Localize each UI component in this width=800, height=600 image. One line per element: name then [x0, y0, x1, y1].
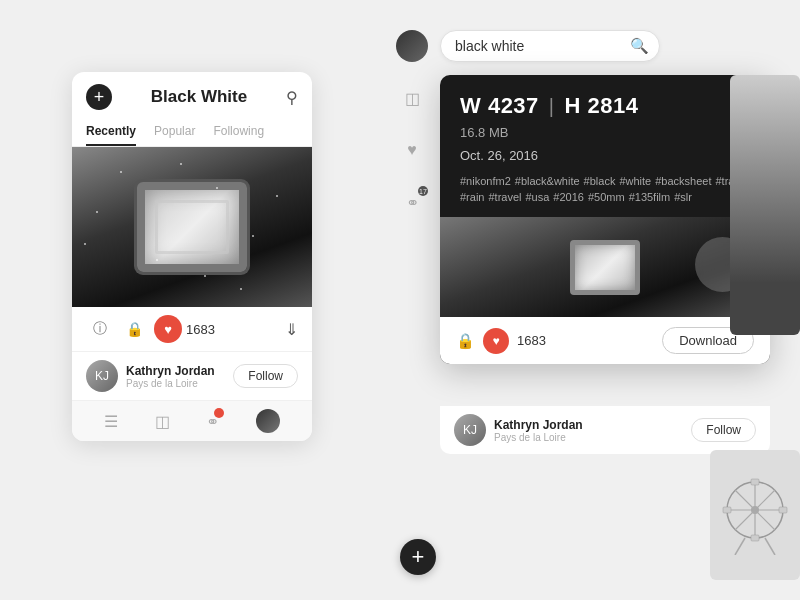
sidebar-avatar[interactable] — [396, 30, 428, 62]
bottom-navigation: ☰ ◫ ⚭ — [72, 400, 312, 441]
card-like-count: 1683 — [517, 333, 546, 348]
svg-rect-8 — [751, 535, 759, 541]
date: Oct. 26, 2016 — [460, 148, 750, 163]
filesize: 16.8 MB — [460, 125, 750, 140]
sidebar-heart-icon[interactable]: ♥ — [396, 134, 428, 166]
train-window-image — [137, 182, 247, 272]
like-count: 1683 — [186, 322, 215, 337]
svg-rect-9 — [723, 507, 731, 513]
svg-line-11 — [735, 538, 745, 555]
tag-white[interactable]: #white — [619, 175, 651, 187]
info-card: W 4237 | H 2814 16.8 MB Oct. 26, 2016 #n… — [440, 75, 770, 364]
tag-50mm[interactable]: #50mm — [588, 191, 625, 203]
tag-slr[interactable]: #slr — [674, 191, 692, 203]
tag-nikonfm2[interactable]: #nikonfm2 — [460, 175, 511, 187]
right-panel: ◫ ♥ ⚭ 17 🔍 W 4237 | H 2814 16.8 MB — [390, 20, 800, 600]
search-input[interactable] — [455, 38, 630, 54]
tag-135film[interactable]: #135film — [629, 191, 671, 203]
height-label: H — [565, 93, 581, 119]
main-photo — [72, 147, 312, 307]
sidebar: ◫ ♥ ⚭ 17 — [390, 20, 434, 218]
fab-button[interactable]: + — [400, 539, 436, 575]
comment-icon[interactable]: ⚭ — [206, 412, 219, 431]
card-action-bar: 🔒 ♥ 1683 Download — [440, 317, 770, 364]
tag-backsheet[interactable]: #backsheet — [655, 175, 711, 187]
tag-blackwhite[interactable]: #black&white — [515, 175, 580, 187]
photos-area: W 4237 | H 2814 16.8 MB Oct. 26, 2016 #n… — [440, 75, 800, 600]
sidebar-chat-icon[interactable]: ◫ — [396, 82, 428, 114]
tab-recently[interactable]: Recently — [86, 118, 136, 146]
card-left-actions: 🔒 ♥ 1683 — [456, 328, 546, 354]
notification-badge — [214, 408, 224, 418]
sidebar-badge: 17 — [418, 186, 428, 196]
phone-card: + Black White ⚲ Recently Popular Followi… — [72, 72, 312, 441]
search-bar: 🔍 — [440, 30, 660, 62]
info-button[interactable]: ⓘ — [86, 315, 114, 343]
user-info: Kathryn Jordan Pays de la Loire — [126, 364, 233, 389]
height-value: 2814 — [588, 93, 639, 119]
download-button[interactable]: ⇓ — [285, 320, 298, 339]
svg-line-12 — [765, 538, 775, 555]
photo-actions-bar: ⓘ 🔒 ♥ 1683 ⇓ — [72, 307, 312, 352]
tab-following[interactable]: Following — [213, 118, 264, 146]
search-submit-icon[interactable]: 🔍 — [630, 37, 649, 55]
tags-list: #nikonfm2 #black&white #black #white #ba… — [460, 175, 750, 203]
info-card-details: W 4237 | H 2814 16.8 MB Oct. 26, 2016 #n… — [440, 75, 770, 217]
card-like-button[interactable]: ♥ — [483, 328, 509, 354]
like-button[interactable]: ♥ — [154, 315, 182, 343]
ferris-wheel-thumbnail[interactable] — [710, 450, 800, 580]
user-name: Kathryn Jordan — [126, 364, 233, 378]
tag-rain[interactable]: #rain — [460, 191, 484, 203]
home-icon[interactable]: ☰ — [104, 412, 118, 431]
tab-popular[interactable]: Popular — [154, 118, 195, 146]
card-user-info: Kathryn Jordan Pays de la Loire — [494, 418, 691, 443]
search-icon[interactable]: ⚲ — [286, 88, 298, 107]
chat-icon[interactable]: ◫ — [155, 412, 170, 431]
right-thumbnail[interactable] — [730, 75, 800, 335]
tab-bar: Recently Popular Following — [72, 118, 312, 147]
profile-avatar[interactable] — [256, 409, 280, 433]
tag-2016[interactable]: #2016 — [553, 191, 584, 203]
width-value: 4237 — [488, 93, 539, 119]
lock-button[interactable]: 🔒 — [120, 315, 148, 343]
card-avatar: KJ — [454, 414, 486, 446]
card-embedded-photo — [440, 217, 770, 317]
separator: | — [549, 95, 555, 118]
phone-header: + Black White ⚲ — [72, 72, 312, 118]
search-area: 🔍 — [440, 30, 800, 62]
add-button[interactable]: + — [86, 84, 112, 110]
thumbnail-image — [730, 75, 800, 335]
tag-black[interactable]: #black — [584, 175, 616, 187]
ferris-wheel-icon — [715, 475, 795, 555]
tag-travel[interactable]: #travel — [488, 191, 521, 203]
avatar: KJ — [86, 360, 118, 392]
card-user-location: Pays de la Loire — [494, 432, 691, 443]
card-train-window — [570, 240, 640, 295]
follow-button[interactable]: Follow — [233, 364, 298, 388]
dimensions-row: W 4237 | H 2814 — [460, 93, 750, 119]
svg-rect-7 — [751, 479, 759, 485]
app-title: Black White — [151, 87, 247, 107]
tag-usa[interactable]: #usa — [526, 191, 550, 203]
sidebar-comment-icon[interactable]: ⚭ 17 — [396, 186, 428, 218]
card-user-name: Kathryn Jordan — [494, 418, 691, 432]
user-location: Pays de la Loire — [126, 378, 233, 389]
card-user-row: KJ Kathryn Jordan Pays de la Loire Follo… — [440, 405, 770, 454]
user-row: KJ Kathryn Jordan Pays de la Loire Follo… — [72, 352, 312, 400]
card-follow-button[interactable]: Follow — [691, 418, 756, 442]
card-lock-icon[interactable]: 🔒 — [456, 332, 475, 350]
width-label: W — [460, 93, 481, 119]
svg-rect-10 — [779, 507, 787, 513]
